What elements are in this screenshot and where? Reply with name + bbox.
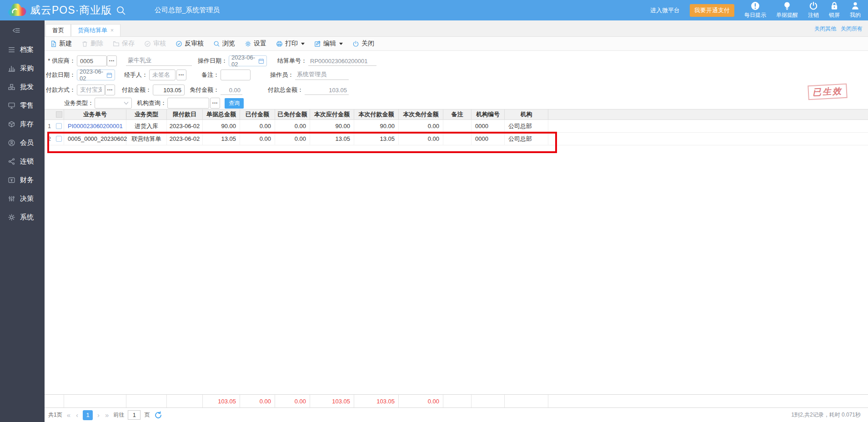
sidebar-item-retail[interactable]: 零售 (0, 96, 45, 115)
new-button[interactable]: 新建 (50, 40, 72, 48)
purchase-icon (8, 65, 15, 72)
settings-button[interactable]: 设置 (245, 40, 266, 48)
operator-value: 系统管理员 (295, 70, 349, 80)
printer-icon (276, 40, 283, 47)
current-page-button[interactable]: 1 (83, 410, 93, 420)
uncheck-circle-icon (176, 40, 182, 47)
tab-bar: 首页 货商结算单 × 关闭其他 关闭所有 (45, 20, 868, 37)
grid-empty-area (45, 145, 868, 394)
first-page-button[interactable]: « (66, 411, 71, 419)
handler-input[interactable] (149, 70, 176, 80)
wholesale-icon (8, 83, 15, 91)
lock-screen-button[interactable]: 锁屏 (829, 1, 840, 20)
sidebar-item-member[interactable]: 会员 (0, 134, 45, 152)
micro-platform-link[interactable]: 进入微平台 (650, 6, 680, 15)
open-payment-button[interactable]: 我要开通支付 (690, 4, 734, 17)
chevron-down-icon (124, 101, 129, 105)
gear-icon (245, 40, 251, 47)
sidebar-collapse-button[interactable] (0, 20, 45, 40)
sidebar-item-finance[interactable]: 财务 (0, 171, 45, 189)
close-others-link[interactable]: 关闭其他 (814, 25, 836, 33)
remark-label: 备注： (186, 71, 219, 79)
audit-button[interactable]: 审核 (144, 40, 166, 48)
pay-date-input[interactable]: 2023-06-02 (77, 70, 115, 80)
supplier-code-input[interactable] (77, 55, 107, 66)
op-date-label: 操作日期： (192, 57, 227, 65)
pay-amount-input[interactable] (153, 84, 185, 95)
last-page-button[interactable]: » (104, 411, 110, 419)
biz-type-select[interactable] (95, 98, 132, 109)
org-lookup-button[interactable]: ••• (210, 98, 220, 109)
query-button[interactable]: 查询 (225, 98, 244, 109)
pagination-bar: 共1页 « ‹ 1 › » 前往 页 1到2,共2记录，耗时 0.071秒 (45, 408, 868, 422)
doc-reminder-button[interactable]: 单据提醒 (776, 1, 798, 20)
edit-button[interactable]: 编辑 (314, 40, 343, 48)
next-page-button[interactable]: › (96, 411, 100, 419)
close-all-link[interactable]: 关闭所有 (841, 25, 863, 33)
total-paid: 0.00 (240, 395, 275, 407)
my-account-button[interactable]: 我的 (850, 1, 861, 20)
toolbar: 新建 删除 保存 审核 反审核 (45, 37, 868, 51)
page-summary: 共1页 (48, 411, 62, 419)
calendar-icon (258, 58, 264, 64)
handler-lookup-button[interactable]: ••• (176, 70, 186, 80)
close-button[interactable]: 关闭 (352, 40, 374, 48)
sidebar-item-inventory[interactable]: 库存 (0, 115, 45, 134)
edit-dropdown-caret (339, 43, 343, 45)
org-query-input[interactable] (167, 98, 209, 109)
prev-page-button[interactable]: ‹ (75, 411, 79, 419)
lock-screen-icon (830, 1, 839, 11)
supplier-lookup-button[interactable]: ••• (107, 55, 117, 66)
collapse-menu-icon (12, 26, 21, 35)
chain-icon (8, 158, 15, 165)
user-context: 公司总部_系统管理员 (155, 0, 220, 20)
brand-area: 威云POS·商业版 (0, 3, 126, 17)
refresh-icon[interactable] (154, 411, 162, 419)
tab-supplier-settlement[interactable]: 货商结算单 × (71, 24, 120, 36)
total-exempting: 0.00 (399, 395, 443, 407)
sidebar-item-wholesale[interactable]: 批发 (0, 78, 45, 96)
table-row[interactable]: 2 0005_0000_20230602 联营结算单 2023-06-02 13… (45, 133, 868, 145)
total-label: 付款总金额： (242, 86, 303, 94)
effective-stamp: 已生效 (808, 84, 848, 100)
tab-home[interactable]: 首页 (45, 24, 71, 36)
doc-no-link[interactable]: PI000023060200001 (68, 123, 123, 129)
global-search-icon[interactable] (115, 5, 126, 16)
pay-method-input[interactable] (77, 84, 105, 95)
tab-close-icon[interactable]: × (110, 27, 114, 34)
top-bar: 威云POS·商业版 公司总部_系统管理员 进入微平台 我要开通支付 每日提示 (0, 0, 868, 20)
edit-pencil-icon (314, 40, 321, 47)
sidebar-item-chain[interactable]: 连锁 (0, 152, 45, 171)
op-date-input[interactable]: 2023-06-02 (229, 55, 267, 66)
daily-tips-button[interactable]: 每日提示 (744, 1, 766, 20)
sidebar-item-decision[interactable]: 决策 (0, 189, 45, 208)
operator-label: 操作员： (251, 71, 294, 79)
app-title: 威云POS·商业版 (30, 3, 112, 17)
table-row[interactable]: 1 PI000023060200001 进货入库 2023-06-02 90.0… (45, 120, 868, 133)
biz-type-label: 业务类型： (45, 99, 94, 107)
logout-icon (809, 1, 818, 11)
sidebar-item-archive[interactable]: 档案 (0, 40, 45, 59)
totals-row: 103.05 0.00 0.00 103.05 103.05 0.00 (45, 394, 868, 408)
settlement-grid: 业务单号 业务类型 限付款日 单据总金额 已付金额 已免付金额 本次应付金额 本… (45, 109, 868, 145)
select-all-checkbox[interactable] (56, 111, 62, 118)
row-checkbox[interactable] (56, 136, 62, 142)
sidebar-item-purchase[interactable]: 采购 (0, 59, 45, 78)
print-button[interactable]: 打印 (276, 40, 305, 48)
remark-input[interactable] (221, 70, 251, 80)
grid-header-row: 业务单号 业务类型 限付款日 单据总金额 已付金额 已免付金额 本次应付金额 本… (45, 109, 868, 120)
unaudit-button[interactable]: 反审核 (176, 40, 204, 48)
trash-icon (81, 40, 88, 47)
pay-date-label: 付款日期： (45, 71, 75, 79)
pay-method-lookup-button[interactable]: ••• (105, 84, 115, 95)
browse-button[interactable]: 浏览 (213, 40, 235, 48)
save-button[interactable]: 保存 (113, 40, 135, 48)
sidebar-item-system[interactable]: 系统 (0, 208, 45, 227)
app-window: 威云POS·商业版 公司总部_系统管理员 进入微平台 我要开通支付 每日提示 (0, 0, 868, 422)
row-checkbox[interactable] (56, 123, 62, 129)
delete-button[interactable]: 删除 (81, 40, 103, 48)
handler-label: 经手人： (115, 71, 148, 79)
page-number-input[interactable] (128, 410, 140, 420)
topbar-right: 进入微平台 我要开通支付 每日提示 单据提醒 注销 (650, 0, 868, 20)
logout-button[interactable]: 注销 (808, 1, 819, 20)
